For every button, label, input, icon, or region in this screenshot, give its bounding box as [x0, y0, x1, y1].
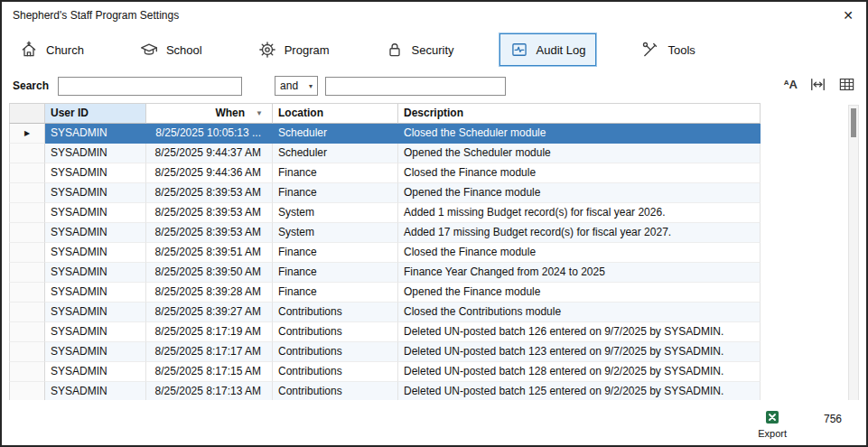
- cell-user-id[interactable]: SYSADMIN: [45, 283, 146, 303]
- cell-when[interactable]: 8/25/2025 9:44:37 AM: [146, 144, 273, 163]
- row-marker-cell[interactable]: [9, 223, 45, 243]
- cell-user-id[interactable]: SYSADMIN: [45, 263, 146, 283]
- table-row[interactable]: SYSADMIN8/25/2025 8:39:28 AMFinanceOpene…: [9, 283, 761, 303]
- cell-user-id[interactable]: SYSADMIN: [45, 223, 146, 243]
- cell-description[interactable]: Deleted UN-posted batch 123 entered on 9…: [398, 342, 761, 362]
- cell-location[interactable]: Contributions: [273, 303, 398, 322]
- row-marker-cell[interactable]: [9, 263, 45, 283]
- cell-location[interactable]: Scheduler: [273, 124, 398, 144]
- table-row[interactable]: SYSADMIN8/25/2025 8:39:53 AMSystemAdded …: [9, 223, 761, 243]
- column-header-user-id[interactable]: User ID: [45, 104, 146, 124]
- cell-location[interactable]: Finance: [273, 283, 398, 303]
- table-row[interactable]: SYSADMIN8/25/2025 8:17:13 AMContribution…: [9, 382, 761, 402]
- row-marker-cell[interactable]: ▶: [9, 124, 45, 144]
- cell-user-id[interactable]: SYSADMIN: [45, 322, 146, 342]
- tab-tools[interactable]: Tools: [630, 33, 705, 66]
- table-row[interactable]: SYSADMIN8/25/2025 9:44:37 AMSchedulerOpe…: [9, 144, 761, 163]
- table-row[interactable]: SYSADMIN8/25/2025 8:17:15 AMContribution…: [9, 362, 761, 382]
- column-header-location[interactable]: Location: [273, 104, 398, 124]
- cell-when[interactable]: 8/25/2025 8:39:53 AM: [146, 223, 273, 243]
- cell-description[interactable]: Closed the Scheduler module: [398, 124, 761, 144]
- table-row[interactable]: SYSADMIN8/25/2025 8:17:17 AMContribution…: [9, 342, 761, 362]
- row-marker-cell[interactable]: [9, 303, 45, 322]
- cell-when[interactable]: 8/25/2025 8:39:50 AM: [146, 263, 273, 283]
- cell-when[interactable]: 8/25/2025 8:17:15 AM: [146, 362, 273, 382]
- cell-user-id[interactable]: SYSADMIN: [45, 243, 146, 263]
- cell-user-id[interactable]: SYSADMIN: [45, 342, 146, 362]
- cell-when[interactable]: 8/25/2025 8:39:27 AM: [146, 303, 273, 322]
- cell-when[interactable]: 8/25/2025 8:39:53 AM: [146, 203, 273, 223]
- cell-location[interactable]: Contributions: [273, 382, 398, 402]
- cell-description[interactable]: Opened the Scheduler module: [398, 144, 761, 163]
- cell-description[interactable]: Closed the Finance module: [398, 243, 761, 263]
- cell-description[interactable]: Closed the Contributions module: [398, 303, 761, 322]
- cell-location[interactable]: System: [273, 203, 398, 223]
- cell-when[interactable]: 8/25/2025 10:05:13 ...: [146, 124, 273, 144]
- cell-description[interactable]: Deleted UN-posted batch 126 entered on 9…: [398, 322, 761, 342]
- column-header-description[interactable]: Description: [398, 104, 761, 124]
- cell-location[interactable]: Scheduler: [273, 144, 398, 163]
- row-marker-cell[interactable]: [9, 362, 45, 382]
- cell-when[interactable]: 8/25/2025 8:39:28 AM: [146, 283, 273, 303]
- cell-when[interactable]: 8/25/2025 8:39:51 AM: [146, 243, 273, 263]
- cell-when[interactable]: 8/25/2025 8:17:13 AM: [146, 382, 273, 402]
- search-input-1[interactable]: [58, 77, 242, 96]
- cell-description[interactable]: Added 17 missing Budget record(s) for fi…: [398, 223, 761, 243]
- export-button[interactable]: Export: [758, 409, 787, 439]
- tab-school[interactable]: School: [129, 33, 213, 66]
- table-row[interactable]: SYSADMIN8/25/2025 9:44:36 AMFinanceClose…: [9, 163, 761, 183]
- row-marker-cell[interactable]: [9, 243, 45, 263]
- cell-when[interactable]: 8/25/2025 8:17:19 AM: [146, 322, 273, 342]
- cell-user-id[interactable]: SYSADMIN: [45, 382, 146, 402]
- cell-description[interactable]: Deleted UN-posted batch 125 entered on 9…: [398, 382, 761, 402]
- table-row[interactable]: ▶SYSADMIN8/25/2025 10:05:13 ...Scheduler…: [9, 124, 761, 144]
- cell-location[interactable]: Finance: [273, 243, 398, 263]
- table-row[interactable]: SYSADMIN8/25/2025 8:39:53 AMSystemAdded …: [9, 203, 761, 223]
- cell-location[interactable]: Contributions: [273, 342, 398, 362]
- row-marker-cell[interactable]: [9, 144, 45, 163]
- font-size-button[interactable]: AA: [784, 79, 798, 91]
- table-row[interactable]: SYSADMIN8/25/2025 8:17:19 AMContribution…: [9, 322, 761, 342]
- column-header-when[interactable]: When ▼: [146, 104, 273, 124]
- row-marker-cell[interactable]: [9, 183, 45, 203]
- cell-location[interactable]: Finance: [273, 163, 398, 183]
- grid-view-button[interactable]: [838, 76, 855, 93]
- cell-when[interactable]: 8/25/2025 9:44:36 AM: [146, 163, 273, 183]
- fit-column-width-button[interactable]: [809, 76, 826, 93]
- table-row[interactable]: SYSADMIN8/25/2025 8:39:51 AMFinanceClose…: [9, 243, 761, 263]
- cell-user-id[interactable]: SYSADMIN: [45, 163, 146, 183]
- table-row[interactable]: SYSADMIN8/25/2025 8:39:53 AMFinanceOpene…: [9, 183, 761, 203]
- cell-description[interactable]: Opened the Finance module: [398, 283, 761, 303]
- cell-user-id[interactable]: SYSADMIN: [45, 124, 146, 144]
- cell-user-id[interactable]: SYSADMIN: [45, 183, 146, 203]
- row-marker-cell[interactable]: [9, 203, 45, 223]
- cell-user-id[interactable]: SYSADMIN: [45, 362, 146, 382]
- table-row[interactable]: SYSADMIN8/25/2025 8:39:50 AMFinanceFinan…: [9, 263, 761, 283]
- cell-description[interactable]: Closed the Finance module: [398, 163, 761, 183]
- tab-security[interactable]: Security: [375, 33, 465, 66]
- table-row[interactable]: SYSADMIN8/25/2025 8:39:27 AMContribution…: [9, 303, 761, 322]
- search-operator-select[interactable]: and ▾: [275, 76, 318, 96]
- cell-description[interactable]: Added 1 missing Budget record(s) for fis…: [398, 203, 761, 223]
- cell-user-id[interactable]: SYSADMIN: [45, 144, 146, 163]
- row-marker-cell[interactable]: [9, 382, 45, 402]
- scrollbar-thumb[interactable]: [851, 108, 856, 137]
- cell-location[interactable]: Finance: [273, 183, 398, 203]
- cell-description[interactable]: Finance Year Changed from 2024 to 2025: [398, 263, 761, 283]
- cell-location[interactable]: Contributions: [273, 322, 398, 342]
- row-marker-cell[interactable]: [9, 283, 45, 303]
- cell-when[interactable]: 8/25/2025 8:17:17 AM: [146, 342, 273, 362]
- search-input-2[interactable]: [325, 77, 506, 96]
- tab-church[interactable]: Church: [9, 33, 95, 66]
- vertical-scrollbar[interactable]: [848, 105, 859, 403]
- tab-audit-log[interactable]: Audit Log: [499, 33, 597, 66]
- close-icon[interactable]: ✕: [843, 8, 854, 23]
- cell-when[interactable]: 8/25/2025 8:39:53 AM: [146, 183, 273, 203]
- row-marker-cell[interactable]: [9, 342, 45, 362]
- cell-description[interactable]: Deleted UN-posted batch 128 entered on 9…: [398, 362, 761, 382]
- cell-description[interactable]: Opened the Finance module: [398, 183, 761, 203]
- tab-program[interactable]: Program: [247, 33, 341, 66]
- cell-location[interactable]: Finance: [273, 263, 398, 283]
- cell-location[interactable]: Contributions: [273, 362, 398, 382]
- cell-user-id[interactable]: SYSADMIN: [45, 303, 146, 322]
